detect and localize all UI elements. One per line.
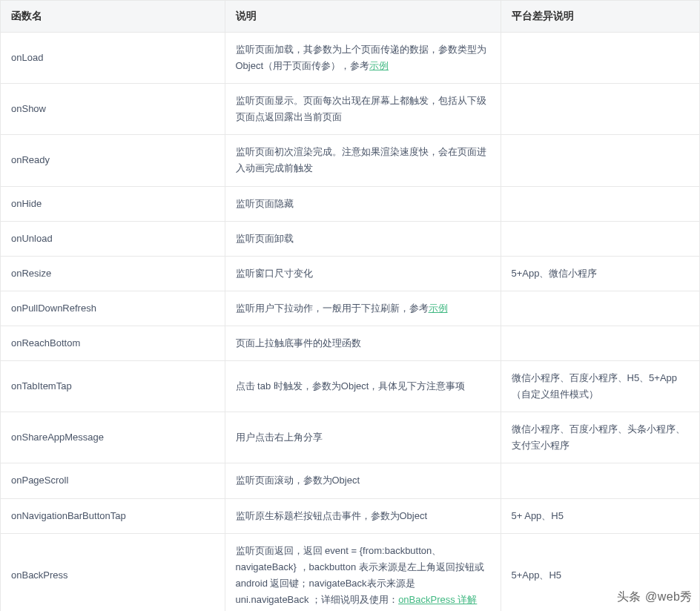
cell-description: 用户点击右上角分享 bbox=[225, 412, 501, 463]
cell-platform bbox=[501, 135, 699, 186]
watermark: 头条 @web秀 bbox=[617, 589, 693, 605]
cell-function-name: onHide bbox=[1, 186, 225, 221]
desc-text: 点击 tab 时触发，参数为Object，具体见下方注意事项 bbox=[236, 380, 466, 392]
cell-function-name: onTabItemTap bbox=[1, 361, 225, 412]
cell-platform bbox=[501, 463, 699, 498]
cell-function-name: onResize bbox=[1, 256, 225, 291]
cell-function-name: onNavigationBarButtonTap bbox=[1, 498, 225, 533]
cell-function-name: onReady bbox=[1, 135, 225, 186]
desc-text: 监听页面隐藏 bbox=[236, 198, 294, 209]
cell-function-name: onReachBottom bbox=[1, 326, 225, 360]
table-row: onNavigationBarButtonTap监听原生标题栏按钮点击事件，参数… bbox=[1, 498, 699, 533]
cell-platform: 微信小程序、百度小程序、H5、5+App（自定义组件模式） bbox=[501, 361, 699, 412]
desc-text: 监听页面显示。页面每次出现在屏幕上都触发，包括从下级页面点返回露出当前页面 bbox=[236, 95, 486, 122]
table-row: onTabItemTap点击 tab 时触发，参数为Object，具体见下方注意… bbox=[1, 361, 699, 412]
cell-description: 监听页面初次渲染完成。注意如果渲染速度快，会在页面进入动画完成前触发 bbox=[225, 135, 501, 186]
desc-text: 监听页面滚动，参数为Object bbox=[236, 475, 360, 486]
cell-platform bbox=[501, 221, 699, 256]
cell-description: 监听页面卸载 bbox=[225, 221, 501, 256]
cell-platform bbox=[501, 291, 699, 326]
cell-description: 监听页面加载，其参数为上个页面传递的数据，参数类型为Object（用于页面传参）… bbox=[225, 33, 501, 84]
desc-text: 监听页面初次渲染完成。注意如果渲染速度快，会在页面进入动画完成前触发 bbox=[236, 146, 486, 174]
desc-text: 用户点击右上角分享 bbox=[236, 432, 323, 443]
api-table-container: 函数名 说明 平台差异说明 onLoad监听页面加载，其参数为上个页面传递的数据… bbox=[0, 0, 700, 611]
desc-link[interactable]: 示例 bbox=[429, 303, 448, 314]
desc-link[interactable]: 示例 bbox=[369, 60, 389, 71]
cell-platform bbox=[501, 33, 699, 84]
desc-text: 监听原生标题栏按钮点击事件，参数为Object bbox=[236, 510, 428, 521]
cell-description: 监听页面滚动，参数为Object bbox=[225, 463, 501, 498]
cell-platform bbox=[501, 326, 699, 360]
cell-platform bbox=[501, 186, 699, 221]
cell-platform: 5+App、微信小程序 bbox=[501, 256, 699, 291]
cell-function-name: onLoad bbox=[1, 33, 225, 84]
header-description: 说明 bbox=[225, 1, 501, 33]
table-row: onReady监听页面初次渲染完成。注意如果渲染速度快，会在页面进入动画完成前触… bbox=[1, 135, 699, 186]
table-row: onPullDownRefresh监听用户下拉动作，一般用于下拉刷新，参考示例 bbox=[1, 291, 699, 326]
cell-description: 点击 tab 时触发，参数为Object，具体见下方注意事项 bbox=[225, 361, 501, 412]
table-row: onShow监听页面显示。页面每次出现在屏幕上都触发，包括从下级页面点返回露出当… bbox=[1, 84, 699, 135]
desc-text: 监听窗口尺寸变化 bbox=[236, 268, 313, 279]
cell-platform: 微信小程序、百度小程序、头条小程序、支付宝小程序 bbox=[501, 412, 699, 463]
cell-description: 监听页面返回，返回 event = {from:backbutton、navig… bbox=[225, 533, 501, 611]
table-row: onPageScroll监听页面滚动，参数为Object bbox=[1, 463, 699, 498]
cell-description: 监听窗口尺寸变化 bbox=[225, 256, 501, 291]
desc-text: 监听用户下拉动作，一般用于下拉刷新，参考 bbox=[236, 303, 429, 314]
cell-function-name: onUnload bbox=[1, 221, 225, 256]
cell-description: 监听页面隐藏 bbox=[225, 186, 501, 221]
desc-text: 监听页面卸载 bbox=[236, 233, 294, 244]
table-row: onResize监听窗口尺寸变化5+App、微信小程序 bbox=[1, 256, 699, 291]
table-row: onLoad监听页面加载，其参数为上个页面传递的数据，参数类型为Object（用… bbox=[1, 33, 699, 84]
cell-platform bbox=[501, 84, 699, 135]
table-header-row: 函数名 说明 平台差异说明 bbox=[1, 1, 699, 33]
cell-description: 监听用户下拉动作，一般用于下拉刷新，参考示例 bbox=[225, 291, 501, 326]
cell-description: 监听原生标题栏按钮点击事件，参数为Object bbox=[225, 498, 501, 533]
desc-text: 监听页面加载，其参数为上个页面传递的数据，参数类型为Object（用于页面传参）… bbox=[236, 44, 486, 71]
cell-description: 页面上拉触底事件的处理函数 bbox=[225, 326, 501, 360]
cell-function-name: onPageScroll bbox=[1, 463, 225, 498]
cell-function-name: onShow bbox=[1, 84, 225, 135]
table-row: onShareAppMessage用户点击右上角分享微信小程序、百度小程序、头条… bbox=[1, 412, 699, 463]
desc-text: 页面上拉触底事件的处理函数 bbox=[236, 337, 361, 349]
cell-description: 监听页面显示。页面每次出现在屏幕上都触发，包括从下级页面点返回露出当前页面 bbox=[225, 84, 501, 135]
desc-link[interactable]: onBackPress 详解 bbox=[398, 594, 477, 605]
header-platform: 平台差异说明 bbox=[501, 1, 699, 33]
cell-function-name: onPullDownRefresh bbox=[1, 291, 225, 326]
header-function-name: 函数名 bbox=[1, 1, 225, 33]
table-row: onHide监听页面隐藏 bbox=[1, 186, 699, 221]
cell-function-name: onShareAppMessage bbox=[1, 412, 225, 463]
cell-platform: 5+ App、H5 bbox=[501, 498, 699, 533]
api-table: 函数名 说明 平台差异说明 onLoad监听页面加载，其参数为上个页面传递的数据… bbox=[1, 1, 699, 611]
table-row: onReachBottom页面上拉触底事件的处理函数 bbox=[1, 326, 699, 360]
table-row: onUnload监听页面卸载 bbox=[1, 221, 699, 256]
table-row: onBackPress监听页面返回，返回 event = {from:backb… bbox=[1, 533, 699, 611]
cell-function-name: onBackPress bbox=[1, 533, 225, 611]
